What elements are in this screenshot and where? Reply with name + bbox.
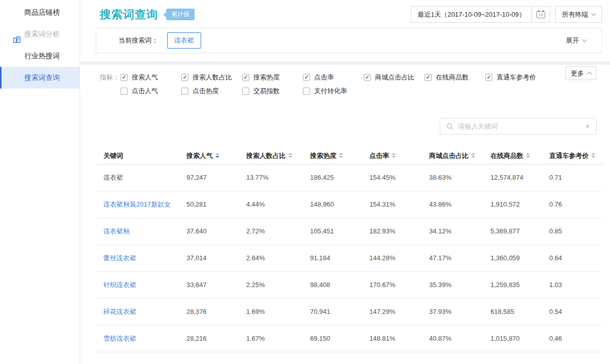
current-search-left: 当前搜索词： 连衣裙 — [119, 32, 201, 49]
expand-toggle[interactable]: 展开 — [566, 36, 586, 45]
value-cell: 35.39% — [422, 271, 483, 298]
metric-checkbox[interactable]: 直通车参考价 — [485, 73, 546, 82]
metrics-grid: 搜索人气搜索人数占比搜索热度点击率商城点击占比在线商品数直通车参考价点击人气点击… — [121, 70, 546, 98]
title-group: 搜索词查询 累计值 — [100, 7, 195, 22]
column-header[interactable]: 商城点击占比 — [422, 148, 483, 164]
metric-checkbox-label: 搜索人气 — [132, 73, 158, 82]
table-row: 蕾丝连衣裙37,0142.64%91,184144.28%47.17%1,360… — [96, 245, 602, 271]
checkbox-unchecked-icon[interactable] — [121, 88, 128, 95]
calendar-button[interactable]: 15 — [532, 6, 550, 23]
checkbox-checked-icon[interactable] — [485, 74, 492, 81]
metric-checkbox-label: 点击率 — [314, 73, 334, 82]
column-header[interactable]: 搜索人气 — [179, 148, 239, 164]
metric-checkbox[interactable]: 在线商品数 — [425, 73, 485, 82]
sort-icon[interactable] — [471, 153, 475, 158]
checkbox-unchecked-icon[interactable] — [242, 88, 249, 95]
metric-checkbox[interactable]: 点击率 — [303, 73, 364, 82]
value-cell: 38.63% — [422, 164, 483, 191]
table-row: 针织连衣裙33,6472.25%98,408170.67%35.39%1,259… — [96, 271, 602, 298]
table-row: 连衣裙97,24713.77%186,425154.45%38.63%12,57… — [96, 164, 602, 191]
value-cell: 37,640 — [179, 218, 239, 245]
page-title: 搜索词查询 — [100, 7, 158, 22]
metric-checkbox[interactable]: 商城点击占比 — [364, 73, 425, 82]
column-header[interactable]: 搜索热度 — [302, 148, 362, 164]
metric-checkbox[interactable]: 搜索人数占比 — [181, 73, 242, 82]
column-header[interactable]: 在线商品数 — [483, 148, 542, 164]
checkbox-checked-icon[interactable] — [242, 74, 249, 81]
checkbox-checked-icon[interactable] — [181, 74, 188, 81]
sidebar-item[interactable]: 搜索词分析 — [0, 23, 80, 45]
terminal-filter-dropdown[interactable]: 所有终端 — [555, 6, 602, 23]
topbar: 搜索词查询 累计值 最近1天（2017-10-09~2017-10-09） 15… — [81, 0, 610, 28]
column-header[interactable]: 直通车参考价 — [542, 148, 602, 164]
section-divider — [81, 61, 610, 65]
value-cell: 105,451 — [302, 218, 362, 245]
value-cell: 97,247 — [179, 164, 239, 191]
metric-checkbox[interactable]: 搜索人气 — [121, 73, 181, 82]
checkbox-unchecked-icon[interactable] — [303, 88, 310, 95]
checkbox-unchecked-icon[interactable] — [181, 88, 188, 95]
column-header-label: 关键词 — [103, 152, 123, 159]
sort-icon[interactable] — [339, 153, 343, 158]
keyword-link[interactable]: 雪纺连衣裙 — [103, 335, 136, 342]
metric-checkbox[interactable]: 支付转化率 — [303, 87, 364, 96]
keyword-cell: 雪纺连衣裙 — [96, 325, 179, 352]
keyword-link[interactable]: 碎花连衣裙 — [103, 308, 136, 315]
value-cell: 1.67% — [239, 325, 302, 352]
metric-checkbox-label: 搜索人数占比 — [193, 73, 232, 82]
sort-icon[interactable] — [288, 153, 292, 158]
column-header[interactable]: 点击率 — [362, 148, 422, 164]
metric-checkbox[interactable]: 交易指数 — [242, 87, 303, 96]
sidebar-item[interactable]: 搜索词查询 — [0, 67, 80, 89]
value-cell: 50,281 — [179, 191, 239, 218]
column-header-label: 商城点击占比 — [429, 152, 469, 159]
keyword-link[interactable]: 连衣裙秋装2017新款女 — [103, 200, 171, 208]
sort-icon[interactable] — [215, 153, 219, 158]
sidebar-item[interactable]: 商品店铺榜 — [0, 2, 80, 23]
value-cell: 0.64 — [542, 245, 602, 271]
checkbox-checked-icon[interactable] — [303, 74, 310, 81]
keyword-link[interactable]: 针织连衣裙 — [103, 281, 136, 289]
sidebar-item-label: 搜索词分析 — [24, 30, 60, 38]
metric-checkbox-label: 点击热度 — [193, 87, 219, 96]
clear-input-icon[interactable]: × — [584, 123, 590, 130]
table-row: 雪纺连衣裙28,2161.67%69,150148.81%40.87%1,015… — [96, 325, 602, 352]
column-header-label: 搜索热度 — [310, 152, 336, 159]
value-cell: 1,015,870 — [483, 325, 542, 352]
sort-icon[interactable] — [526, 153, 530, 158]
more-button[interactable]: 更多 — [565, 66, 596, 80]
value-cell: 70,941 — [302, 298, 362, 325]
checkbox-checked-icon[interactable] — [364, 74, 371, 81]
metric-checkbox[interactable]: 点击人气 — [121, 87, 181, 96]
value-cell: 40.87% — [422, 325, 483, 352]
date-range-picker[interactable]: 最近1天（2017-10-09~2017-10-09） 15 — [411, 6, 550, 23]
keyword-link[interactable]: 蕾丝连衣裙 — [103, 254, 136, 262]
checkbox-checked-icon[interactable] — [425, 74, 432, 81]
value-cell: 33,647 — [179, 271, 239, 298]
chevron-up-icon — [587, 72, 592, 77]
current-search-bar: 当前搜索词： 连衣裙 展开 — [96, 28, 602, 53]
value-cell: 618,585 — [483, 298, 542, 325]
keyword-link[interactable]: 连衣裙秋 — [103, 227, 130, 235]
value-cell: 1.69% — [239, 298, 302, 325]
column-header[interactable]: 搜索人数占比 — [239, 148, 302, 164]
keyword-search-box: × — [440, 118, 597, 135]
metric-checkbox-label: 商城点击占比 — [375, 73, 414, 82]
keyword-data-table: 关键词搜索人气搜索人数占比搜索热度点击率商城点击占比在线商品数直通车参考价 连衣… — [96, 148, 602, 352]
keyword-search-input[interactable] — [457, 122, 584, 131]
keyword-cell: 连衣裙秋 — [96, 218, 179, 245]
sort-icon[interactable] — [392, 153, 396, 158]
current-keyword-tag[interactable]: 连衣裙 — [167, 32, 201, 49]
sidebar-item[interactable]: 行业热搜词 — [0, 45, 80, 67]
content-area: 指标： 搜索人气搜索人数占比搜索热度点击率商城点击占比在线商品数直通车参考价点击… — [81, 65, 610, 352]
sort-icon[interactable] — [591, 153, 595, 158]
date-range-label[interactable]: 最近1天（2017-10-09~2017-10-09） — [411, 6, 532, 23]
metric-checkbox[interactable]: 搜索热度 — [242, 73, 303, 82]
checkbox-checked-icon[interactable] — [121, 74, 128, 81]
metric-checkbox[interactable]: 点击热度 — [181, 87, 242, 96]
metric-checkbox-label: 支付转化率 — [314, 87, 347, 96]
metric-checkbox-label: 在线商品数 — [436, 73, 469, 82]
table-header-row: 关键词搜索人气搜索人数占比搜索热度点击率商城点击占比在线商品数直通车参考价 — [96, 148, 602, 164]
keyword-cell: 碎花连衣裙 — [96, 298, 179, 325]
table-row: 碎花连衣裙28,3761.69%70,941147.29%37.93%618,5… — [96, 298, 602, 325]
